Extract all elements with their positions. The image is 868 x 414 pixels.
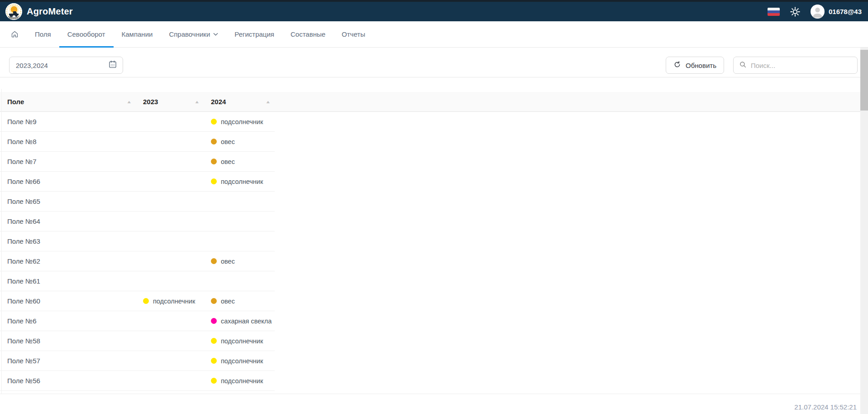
year-filter-value: 2023,2024 [16,62,108,69]
table-row[interactable]: Поле №57 подсолнечник [0,351,275,371]
field-name-cell: Поле №9 [0,112,136,131]
nav-tab-fields[interactable]: Поля [27,21,59,47]
vertical-scrollbar[interactable] [860,48,868,414]
crop-2023-cell [136,311,204,331]
column-header-field[interactable]: Поле ▲ [0,92,136,111]
flag-stripe-red [768,13,780,16]
table-row[interactable]: Поле №65 [0,192,275,212]
search-input[interactable] [751,62,853,69]
nav-tab-crop-rotation[interactable]: Севооборот [59,21,114,47]
crop-2024-cell [204,231,275,251]
table-row[interactable]: Поле №60 подсолнечник овес [0,291,275,311]
crop-label: овес [221,258,235,265]
user-avatar-icon [811,5,825,19]
field-name-cell: Поле №8 [0,132,136,151]
crop-label: подсолнечник [153,298,195,305]
refresh-button[interactable]: Обновить [666,57,724,74]
sort-caret-icon[interactable]: ▲ [259,100,271,104]
crop-label: овес [221,138,235,145]
crop-2024-cell: подсолнечник [204,112,275,131]
crop-2023-cell [136,172,204,191]
nav-tab-campaigns[interactable]: Кампании [114,21,161,47]
nav-tab-home[interactable] [3,21,27,47]
refresh-label: Обновить [686,62,716,69]
crop-2024-cell [204,271,275,291]
crop-label: подсолнечник [221,377,263,385]
app-logo-icon[interactable] [5,3,22,20]
column-header-2023[interactable]: 2023 ▲ [136,92,204,111]
crop-2024-cell: подсолнечник [204,331,275,351]
table-row[interactable]: Поле №6 сахарная свекла [0,311,275,331]
crop-2023-cell [136,192,204,211]
table-row[interactable]: Поле №56 подсолнечник [0,371,275,391]
crop-color-dot [211,258,217,264]
column-header-label: Поле [7,98,24,106]
field-name-cell: Поле №64 [0,212,136,231]
field-name: Поле №6 [7,317,37,325]
nav-tab-label: Кампании [122,30,153,38]
crop-2023-cell [136,251,204,271]
table-row[interactable]: Поле №7 овес [0,152,275,172]
table-body: Поле №9 подсолнечник Поле №8 овес Поле №… [0,112,868,391]
nav-tab-label: Поля [35,30,51,38]
status-footer: 21.07.2024 15:52:21 [794,403,857,411]
crop-2024-cell: овес [204,291,275,311]
crop-color-dot [211,159,217,164]
table-row[interactable]: Поле №63 [0,231,275,251]
header-right: 01678@43 [768,5,862,19]
crop-2024-cell: овес [204,152,275,171]
crop-2024-cell: подсолнечник [204,172,275,191]
table-row[interactable]: Поле №64 [0,212,275,231]
field-name: Поле №61 [7,277,40,285]
nav-tab-registration[interactable]: Регистрация [226,21,282,47]
nav-tab-reports[interactable]: Отчеты [334,21,373,47]
field-name-cell: Поле №60 [0,291,136,311]
field-name: Поле №64 [7,217,40,225]
field-name-cell: Поле №61 [0,271,136,291]
year-filter-input[interactable]: 2023,2024 [9,57,123,74]
crop-2023-cell [136,351,204,371]
field-name-cell: Поле №56 [0,371,136,390]
crop-color-dot [211,139,217,144]
settings-gear-icon[interactable] [790,6,801,17]
table-row[interactable]: Поле №58 подсолнечник [0,331,275,351]
column-header-2024[interactable]: 2024 ▲ [204,92,275,111]
crop-2024-cell: подсолнечник [204,371,275,390]
scrollbar-thumb[interactable] [860,50,868,111]
timestamp: 21.07.2024 15:52:21 [794,403,857,411]
table-row[interactable]: Поле №8 овес [0,132,275,152]
nav-tab-label: Составные [291,30,325,38]
field-name: Поле №8 [7,138,37,145]
user-id: 01678@43 [829,8,862,15]
crop-2024-cell [204,212,275,231]
field-name-cell: Поле №63 [0,231,136,251]
sort-caret-icon[interactable]: ▲ [120,100,132,104]
table-row[interactable]: Поле №9 подсолнечник [0,112,275,132]
crop-2023-cell [136,132,204,151]
field-name: Поле №56 [7,377,40,385]
crop-color-dot [211,119,217,125]
nav-tab-directories[interactable]: Справочники [161,21,226,47]
language-flag-ru-icon[interactable] [768,8,780,16]
field-name: Поле №62 [7,257,40,265]
crop-rotation-table: Поле ▲ 2023 ▲ 2024 ▲ Поле №9 подсолнечни… [0,92,868,394]
table-row[interactable]: Поле №66 подсолнечник [0,172,275,192]
home-icon [11,30,19,38]
field-name-cell: Поле №58 [0,331,136,351]
field-name: Поле №60 [7,297,40,305]
calendar-icon[interactable] [108,60,117,71]
content-left-edge [1,89,2,394]
crop-2023-cell [136,152,204,171]
user-menu[interactable]: 01678@43 [811,5,862,19]
sort-caret-icon[interactable]: ▲ [188,100,200,104]
search-icon [739,61,747,70]
crop-label: подсолнечник [221,357,263,365]
nav-tab-composites[interactable]: Составные [282,21,334,47]
crop-2023-cell: подсолнечник [136,291,204,311]
nav-tab-label: Севооборот [67,30,105,38]
field-name: Поле №63 [7,237,40,245]
crop-2024-cell [204,192,275,211]
table-row[interactable]: Поле №62 овес [0,251,275,271]
table-row[interactable]: Поле №61 [0,271,275,291]
crop-2023-cell [136,331,204,351]
